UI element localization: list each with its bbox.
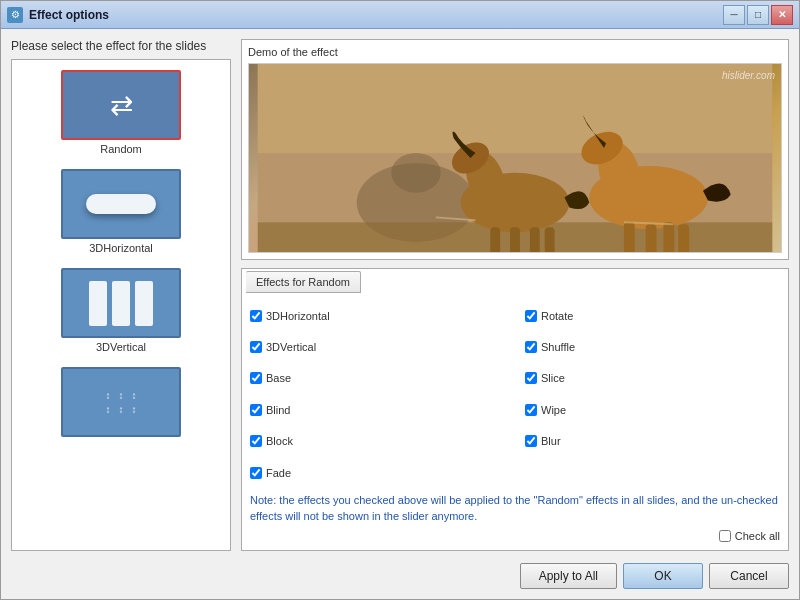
effect-label-random: Random — [100, 143, 142, 155]
footer-buttons: Apply to All OK Cancel — [11, 559, 789, 589]
effect-item-arrows[interactable]: ↕ ↕ ↕ ↕ ↕ ↕ — [18, 363, 224, 444]
main-window: ⚙ Effect options ─ □ ✕ Please select the… — [0, 0, 800, 600]
left-panel-title: Please select the effect for the slides — [11, 39, 231, 53]
effect-item-3dv[interactable]: 3DVertical — [18, 264, 224, 357]
watermark-text: hislider.com — [722, 70, 775, 81]
label-slice[interactable]: Slice — [541, 372, 565, 384]
checkbox-blur[interactable] — [525, 435, 537, 447]
check-all-label[interactable]: Check all — [735, 530, 780, 542]
effect-list-container: ⇄ Random 3DHorizontal — [11, 59, 231, 551]
arrow-col-3: ↕ ↕ — [132, 390, 137, 415]
effect-label-3dh: 3DHorizontal — [89, 242, 153, 254]
label-3dv[interactable]: 3DVertical — [266, 341, 316, 353]
checkbox-item-fade: Fade — [250, 458, 505, 487]
checkbox-3dv[interactable] — [250, 341, 262, 353]
3dv-icon — [89, 281, 153, 326]
svg-point-3 — [391, 153, 440, 193]
demo-image: hislider.com — [248, 63, 782, 253]
window-controls: ─ □ ✕ — [723, 5, 793, 25]
checkbox-item-blind: Blind — [250, 395, 505, 424]
horse-illustration — [249, 64, 781, 252]
checkbox-grid: 3DHorizontal Rotate 3DVertical — [250, 301, 780, 487]
checkbox-slice[interactable] — [525, 372, 537, 384]
checkbox-rotate[interactable] — [525, 310, 537, 322]
right-panel: Demo of the effect — [241, 39, 789, 551]
apply-to-all-button[interactable]: Apply to All — [520, 563, 617, 589]
effects-panel: Effects for Random 3DHorizontal Rotate — [241, 268, 789, 551]
effect-label-3dv: 3DVertical — [96, 341, 146, 353]
arrow-col-2: ↕ ↕ — [119, 390, 124, 415]
window-icon: ⚙ — [7, 7, 23, 23]
title-bar: ⚙ Effect options ─ □ ✕ — [1, 1, 799, 29]
checkbox-item-block: Block — [250, 426, 505, 455]
label-rotate[interactable]: Rotate — [541, 310, 573, 322]
effects-body: 3DHorizontal Rotate 3DVertical — [242, 293, 788, 550]
bar-2 — [112, 281, 130, 326]
checkbox-shuffle[interactable] — [525, 341, 537, 353]
effect-thumb-3dv — [61, 268, 181, 338]
check-all-row: Check all — [250, 530, 780, 542]
check-all-checkbox[interactable] — [719, 530, 731, 542]
3dh-icon — [86, 194, 156, 214]
checkbox-item-wipe: Wipe — [525, 395, 780, 424]
shuffle-icon: ⇄ — [110, 89, 133, 122]
svg-rect-17 — [663, 222, 674, 252]
effect-list: ⇄ Random 3DHorizontal — [12, 60, 230, 550]
bar-1 — [89, 281, 107, 326]
note-text: Note: the effects you checked above will… — [250, 493, 780, 524]
main-area: Please select the effect for the slides … — [11, 39, 789, 551]
checkbox-fade[interactable] — [250, 467, 262, 479]
ok-button[interactable]: OK — [623, 563, 703, 589]
effect-item-random[interactable]: ⇄ Random — [18, 66, 224, 159]
arrow-col-1: ↕ ↕ — [106, 390, 111, 415]
label-fade[interactable]: Fade — [266, 467, 291, 479]
effects-tab[interactable]: Effects for Random — [246, 271, 361, 293]
svg-rect-16 — [646, 224, 657, 252]
label-base[interactable]: Base — [266, 372, 291, 384]
svg-rect-11 — [545, 227, 555, 252]
checkbox-item-blur: Blur — [525, 426, 780, 455]
label-shuffle[interactable]: Shuffle — [541, 341, 575, 353]
checkbox-item-shuffle: Shuffle — [525, 332, 780, 361]
effect-item-3dh[interactable]: 3DHorizontal — [18, 165, 224, 258]
svg-rect-9 — [510, 227, 520, 252]
maximize-button[interactable]: □ — [747, 5, 769, 25]
close-button[interactable]: ✕ — [771, 5, 793, 25]
checkbox-item-slice: Slice — [525, 364, 780, 393]
svg-rect-18 — [678, 224, 689, 252]
checkbox-3dh[interactable] — [250, 310, 262, 322]
effect-thumb-arrows: ↕ ↕ ↕ ↕ ↕ ↕ — [61, 367, 181, 437]
label-block[interactable]: Block — [266, 435, 293, 447]
window-content: Please select the effect for the slides … — [1, 29, 799, 599]
svg-rect-10 — [530, 227, 540, 252]
label-blind[interactable]: Blind — [266, 404, 290, 416]
label-3dh[interactable]: 3DHorizontal — [266, 310, 330, 322]
checkbox-block[interactable] — [250, 435, 262, 447]
cancel-button[interactable]: Cancel — [709, 563, 789, 589]
demo-title: Demo of the effect — [248, 46, 782, 58]
demo-section: Demo of the effect — [241, 39, 789, 260]
checkbox-item-base: Base — [250, 364, 505, 393]
left-panel: Please select the effect for the slides … — [11, 39, 231, 551]
effects-tab-header: Effects for Random — [242, 269, 788, 293]
checkbox-item-3dv: 3DVertical — [250, 332, 505, 361]
svg-rect-8 — [490, 227, 500, 252]
effect-thumb-3dh — [61, 169, 181, 239]
checkbox-blind[interactable] — [250, 404, 262, 416]
svg-rect-15 — [624, 222, 635, 252]
label-blur[interactable]: Blur — [541, 435, 561, 447]
window-title: Effect options — [29, 8, 723, 22]
bar-3 — [135, 281, 153, 326]
svg-rect-1 — [258, 64, 773, 153]
checkbox-item-rotate: Rotate — [525, 301, 780, 330]
checkbox-wipe[interactable] — [525, 404, 537, 416]
effect-thumb-random: ⇄ — [61, 70, 181, 140]
checkbox-item-3dh: 3DHorizontal — [250, 301, 505, 330]
arrows-icon: ↕ ↕ ↕ ↕ ↕ ↕ — [106, 390, 137, 415]
label-wipe[interactable]: Wipe — [541, 404, 566, 416]
minimize-button[interactable]: ─ — [723, 5, 745, 25]
checkbox-base[interactable] — [250, 372, 262, 384]
